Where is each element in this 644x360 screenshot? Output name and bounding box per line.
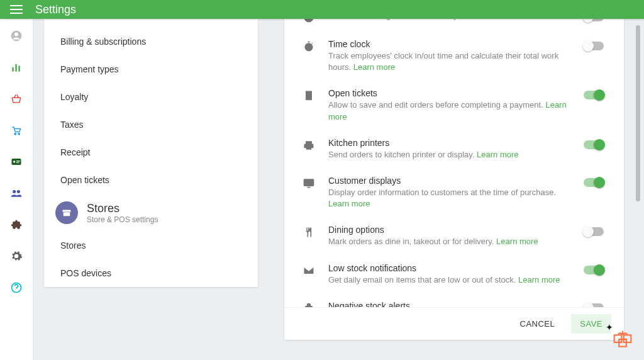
sidebar-item[interactable]: Taxes: [44, 111, 258, 138]
menu-icon[interactable]: [10, 5, 23, 14]
sidebar-item[interactable]: Payment types: [44, 55, 258, 83]
svg-point-11: [13, 190, 16, 193]
display-icon: [302, 176, 316, 189]
svg-point-1: [14, 33, 18, 37]
sidebar-item[interactable]: Loyalty: [44, 83, 258, 111]
cancel-button[interactable]: CANCEL: [511, 314, 564, 334]
gear-icon[interactable]: [9, 249, 23, 263]
main-scrollbar[interactable]: [636, 25, 640, 201]
option-desc: Mark orders as dine in, takeout or for d…: [328, 236, 571, 247]
svg-rect-4: [18, 66, 20, 72]
option-toggle[interactable]: [584, 88, 606, 99]
profile-icon[interactable]: [9, 29, 23, 43]
store-icon: [55, 201, 78, 224]
sidebar-item[interactable]: Open tickets: [44, 166, 258, 194]
svg-rect-2: [12, 67, 14, 72]
option-desc: Send orders to kitchen printer or displa…: [328, 149, 571, 160]
option-row: Dining optionsMark orders as dine in, ta…: [302, 217, 606, 255]
learn-more-link[interactable]: Learn more: [496, 237, 538, 246]
svg-rect-10: [16, 162, 19, 163]
printer-icon: [302, 138, 316, 152]
footer-actions: CANCEL SAVE: [284, 307, 624, 340]
receipt-icon: [302, 88, 316, 102]
mail-icon: [302, 263, 316, 277]
option-row: Customer displaysDisplay order informati…: [302, 168, 606, 217]
option-title: Customer displays: [328, 176, 571, 186]
svg-rect-9: [16, 160, 20, 161]
sidebar-item[interactable]: Billing & subscriptions: [44, 28, 258, 55]
option-desc: Track employees' clock in/out time and c…: [328, 50, 571, 73]
option-toggle[interactable]: [584, 39, 606, 50]
cart-icon[interactable]: [9, 123, 23, 137]
option-desc: Display order information to customers a…: [328, 187, 571, 210]
sidebar-item[interactable]: Receipt: [44, 138, 258, 166]
settings-side-panel: FeaturesBilling & subscriptionsPayment t…: [44, 0, 258, 287]
option-row: Negative stock alertsWarn cashiers attem…: [302, 293, 606, 307]
puzzle-icon[interactable]: [9, 218, 23, 232]
basket-icon[interactable]: [9, 92, 23, 106]
svg-rect-3: [15, 64, 17, 72]
svg-point-12: [17, 190, 20, 193]
learn-more-link[interactable]: Learn more: [328, 199, 370, 208]
option-title: Negative stock alerts: [328, 301, 571, 307]
svg-point-8: [13, 160, 15, 162]
learn-more-link[interactable]: Learn more: [518, 275, 560, 284]
option-row: Time clockTrack employees' clock in/out …: [302, 31, 606, 81]
bag-alert-icon: [302, 301, 316, 307]
people-icon[interactable]: [9, 186, 23, 200]
svg-point-5: [14, 133, 16, 135]
option-toggle[interactable]: [584, 138, 606, 149]
option-title: Open tickets: [328, 88, 571, 98]
option-toggle[interactable]: [584, 263, 606, 274]
gift-icon[interactable]: [610, 323, 635, 351]
option-title: Dining options: [328, 225, 571, 235]
main-panel: Track cash that goes in and out of your …: [284, 0, 624, 340]
sidebar-item[interactable]: Stores: [44, 232, 258, 259]
section-subtitle: Store & POS settings: [87, 215, 158, 224]
option-toggle[interactable]: [584, 225, 606, 236]
section-title: Stores: [87, 202, 158, 215]
page-title: Settings: [35, 3, 76, 16]
chart-icon[interactable]: [9, 60, 23, 74]
option-desc: Get daily email on items that are low or…: [328, 274, 571, 286]
stopwatch-icon: [302, 39, 316, 53]
option-row: Low stock notificationsGet daily email o…: [302, 256, 606, 293]
option-title: Time clock: [328, 39, 571, 49]
learn-more-link[interactable]: Learn more: [477, 150, 518, 159]
save-button[interactable]: SAVE: [571, 314, 611, 334]
option-desc: Allow to save and edit orders before com…: [328, 99, 571, 122]
sidebar-item[interactable]: POS devices: [44, 259, 258, 287]
learn-more-link[interactable]: Learn more: [353, 62, 395, 72]
option-title: Kitchen printers: [328, 138, 571, 148]
badge-icon[interactable]: [9, 155, 23, 169]
svg-rect-7: [12, 159, 21, 165]
dining-icon: [302, 225, 316, 239]
svg-rect-16: [304, 179, 314, 186]
help-icon[interactable]: [9, 281, 23, 295]
svg-point-6: [18, 133, 20, 135]
learn-more-link[interactable]: Learn more: [328, 100, 567, 121]
option-row: Open ticketsAllow to save and edit order…: [302, 81, 606, 130]
topbar: Settings: [0, 0, 644, 19]
option-toggle[interactable]: [584, 301, 606, 307]
option-row: Kitchen printersSend orders to kitchen p…: [302, 130, 606, 168]
left-rail: [0, 19, 33, 360]
section-stores[interactable]: Stores Store & POS settings: [44, 194, 258, 232]
option-toggle[interactable]: [584, 176, 606, 187]
option-title: Low stock notifications: [328, 263, 571, 273]
